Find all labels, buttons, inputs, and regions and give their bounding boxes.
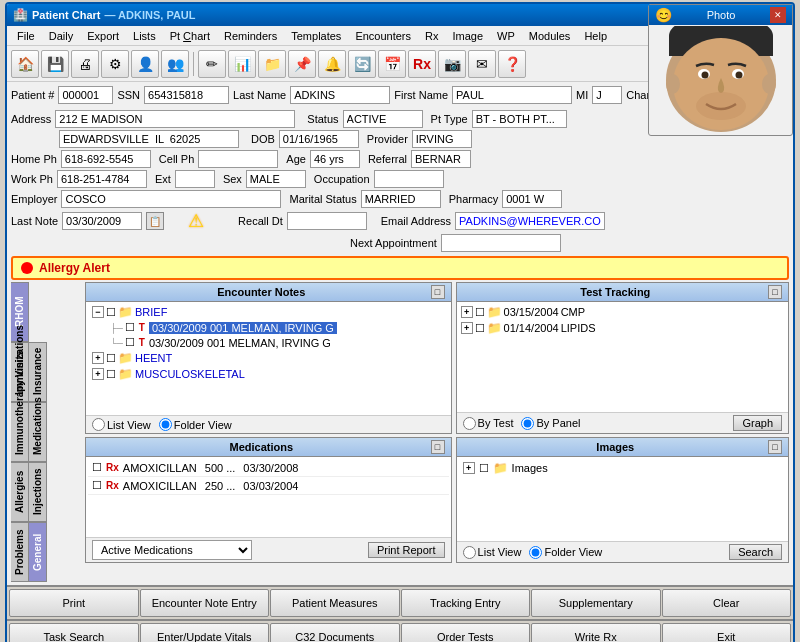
toolbar-calendar[interactable]: 📅: [378, 50, 406, 78]
write-rx-button[interactable]: Write Rx: [531, 623, 661, 642]
med2-checkbox[interactable]: ☐: [92, 479, 102, 492]
graph-button[interactable]: Graph: [733, 415, 782, 431]
toolbar-print[interactable]: 🖨: [71, 50, 99, 78]
toolbar-person2[interactable]: 👥: [161, 50, 189, 78]
lipids-checkbox[interactable]: ☐: [475, 322, 485, 335]
toolbar-save[interactable]: 💾: [41, 50, 69, 78]
images-item-1[interactable]: + ☐ 📁 Images: [459, 459, 786, 477]
toolbar-bell[interactable]: 🔔: [318, 50, 346, 78]
c32-documents-button[interactable]: C32 Documents: [270, 623, 400, 642]
lastname-field[interactable]: [290, 86, 390, 104]
firstname-field[interactable]: [452, 86, 572, 104]
toolbar-rx-icon[interactable]: Rx: [408, 50, 436, 78]
menu-export[interactable]: Export: [81, 28, 125, 44]
images-folder-view-radio[interactable]: [529, 546, 542, 559]
toolbar-home[interactable]: 🏠: [11, 50, 39, 78]
test-track-item-2[interactable]: + ☐ 📁 01/14/2004 LIPIDS: [459, 320, 786, 336]
med-item-2[interactable]: ☐ Rx AMOXICILLAN 250 ... 03/03/2004: [88, 477, 449, 495]
menu-pt-chart[interactable]: Pt Chart: [164, 28, 216, 44]
photo-close-button[interactable]: ✕: [770, 7, 786, 23]
menu-modules[interactable]: Modules: [523, 28, 577, 44]
brief-expand-btn[interactable]: −: [92, 306, 104, 318]
vtab-immuno-visits[interactable]: Immunotherapy Visits: [11, 402, 29, 462]
toolbar-chart[interactable]: 📊: [228, 50, 256, 78]
menu-reminders[interactable]: Reminders: [218, 28, 283, 44]
toolbar-folder[interactable]: 📁: [258, 50, 286, 78]
brief-checkbox[interactable]: ☐: [106, 306, 116, 319]
vtab-injections[interactable]: Injections: [29, 462, 47, 522]
menu-templates[interactable]: Templates: [285, 28, 347, 44]
images-expand-btn[interactable]: +: [463, 462, 475, 474]
vtab-medications-tab[interactable]: Medications: [29, 402, 47, 462]
encounter-list-view-radio[interactable]: [92, 418, 105, 431]
menu-help[interactable]: Help: [578, 28, 613, 44]
clear-button[interactable]: Clear: [662, 589, 792, 617]
occupation-field[interactable]: [374, 170, 444, 188]
test-tracking-max-btn[interactable]: □: [768, 285, 782, 299]
vtab-insurance[interactable]: Insurance: [29, 342, 47, 402]
menu-lists[interactable]: Lists: [127, 28, 162, 44]
toolbar-email[interactable]: ✉: [468, 50, 496, 78]
toolbar-help-icon[interactable]: ❓: [498, 50, 526, 78]
age-field[interactable]: [310, 150, 360, 168]
images-max-btn[interactable]: □: [768, 440, 782, 454]
sex-field[interactable]: [246, 170, 306, 188]
encounter-note-entry-button[interactable]: Encounter Note Entry: [140, 589, 270, 617]
menu-rx[interactable]: Rx: [419, 28, 444, 44]
lipids-expand-btn[interactable]: +: [461, 322, 473, 334]
toolbar-settings[interactable]: ⚙: [101, 50, 129, 78]
encounter-folder-view-radio[interactable]: [159, 418, 172, 431]
by-test-radio[interactable]: [463, 417, 476, 430]
menu-file[interactable]: File: [11, 28, 41, 44]
tree-item-heent[interactable]: + ☐ 📁 HEENT: [88, 350, 449, 366]
ext-field[interactable]: [175, 170, 215, 188]
toolbar-pin[interactable]: 📌: [288, 50, 316, 78]
toolbar-camera[interactable]: 📷: [438, 50, 466, 78]
last-note-icon-btn[interactable]: 📋: [146, 212, 164, 230]
note1-checkbox[interactable]: ☐: [125, 321, 135, 334]
exit-button[interactable]: Exit: [662, 623, 792, 642]
home-ph-field[interactable]: [61, 150, 151, 168]
heent-expand-btn[interactable]: +: [92, 352, 104, 364]
tracking-entry-button[interactable]: Tracking Entry: [401, 589, 531, 617]
med-item-1[interactable]: ☐ Rx AMOXICILLAN 500 ... 03/30/2008: [88, 459, 449, 477]
images-list-view-radio[interactable]: [463, 546, 476, 559]
tree-item-musculo[interactable]: + ☐ 📁 MUSCULOSKELETAL: [88, 366, 449, 382]
tree-note-1[interactable]: ├─ ☐ T 03/30/2009 001 MELMAN, IRVING G: [88, 320, 449, 335]
pt-type-field[interactable]: [472, 110, 567, 128]
toolbar-person[interactable]: 👤: [131, 50, 159, 78]
mi-field[interactable]: [592, 86, 622, 104]
address1-field[interactable]: [55, 110, 295, 128]
musculo-checkbox[interactable]: ☐: [106, 368, 116, 381]
toolbar-edit[interactable]: ✏: [198, 50, 226, 78]
last-note-field[interactable]: [62, 212, 142, 230]
cmp-checkbox[interactable]: ☐: [475, 306, 485, 319]
vtab-allergies[interactable]: Allergies: [11, 462, 29, 522]
menu-encounters[interactable]: Encounters: [349, 28, 417, 44]
images-list-view-label[interactable]: List View: [463, 546, 522, 559]
employer-field[interactable]: [61, 190, 281, 208]
address2-field[interactable]: [59, 130, 239, 148]
vtab-problems[interactable]: Problems: [11, 522, 29, 582]
cell-ph-field[interactable]: [198, 150, 278, 168]
images-folder-view-label[interactable]: Folder View: [529, 546, 602, 559]
enter-vitals-button[interactable]: Enter/Update Vitals: [140, 623, 270, 642]
search-button[interactable]: Search: [729, 544, 782, 560]
referral-field[interactable]: [411, 150, 471, 168]
musculo-expand-btn[interactable]: +: [92, 368, 104, 380]
note2-checkbox[interactable]: ☐: [125, 336, 135, 349]
supplementary-button[interactable]: Supplementary: [531, 589, 661, 617]
tree-item-brief[interactable]: − ☐ 📁 BRIEF: [88, 304, 449, 320]
marital-field[interactable]: [361, 190, 441, 208]
ssn-field[interactable]: [144, 86, 229, 104]
patient-num-field[interactable]: [58, 86, 113, 104]
encounter-notes-max-btn[interactable]: □: [431, 285, 445, 299]
med1-checkbox[interactable]: ☐: [92, 461, 102, 474]
encounter-list-view-label[interactable]: List View: [92, 418, 151, 431]
images-checkbox[interactable]: ☐: [479, 462, 489, 475]
tree-note-2[interactable]: └─ ☐ T 03/30/2009 001 MELMAN, IRVING G: [88, 335, 449, 350]
dob-field[interactable]: [279, 130, 359, 148]
medications-max-btn[interactable]: □: [431, 440, 445, 454]
print-button[interactable]: Print: [9, 589, 139, 617]
by-panel-label[interactable]: By Panel: [521, 417, 580, 430]
